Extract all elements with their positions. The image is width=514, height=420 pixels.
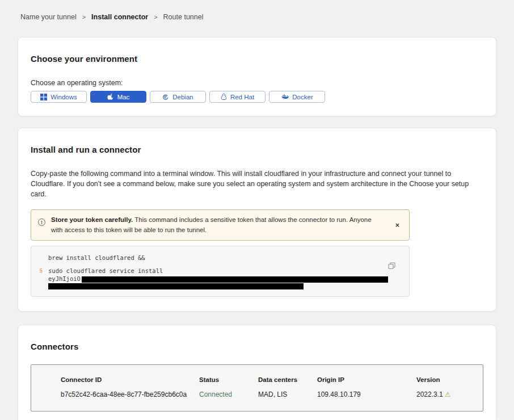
os-button-debian[interactable]: Debian (150, 91, 206, 103)
install-card: Install and run a connector Copy-paste t… (18, 128, 496, 312)
code-command: sudo cloudflared service install (48, 267, 163, 274)
breadcrumb-separator: > (154, 14, 157, 20)
alert-circle-icon: ! (38, 219, 45, 226)
breadcrumb-name-your-tunnel[interactable]: Name your tunnel (20, 13, 77, 21)
code-prompt-spacer (39, 254, 48, 262)
redaction-bar (48, 283, 304, 289)
os-button-mac[interactable]: Mac (90, 91, 146, 103)
column-header-status: Status (199, 376, 258, 383)
token-warning-title: Store your token carefully. (51, 216, 133, 223)
install-card-title: Install and run a connector (31, 145, 483, 154)
redaction-bar (82, 276, 388, 283)
debian-icon (162, 94, 169, 100)
token-warning-text: Store your token carefully. This command… (51, 215, 374, 235)
os-button-label: Red Hat (230, 94, 254, 100)
tunnel-setup-page: Name your tunnel > Install connector > R… (0, 0, 514, 420)
apple-icon (107, 93, 114, 100)
version-number: 2022.3.1 (416, 390, 443, 398)
code-line-service-install: $ sudo cloudflared service install eyJhI… (39, 267, 401, 289)
column-header-data-centers: Data centers (258, 376, 317, 383)
column-header-origin-ip: Origin IP (317, 376, 416, 383)
connector-id-value: b7c52c42-6caa-48ee-8c77-fbe259cb6c0a (61, 390, 199, 398)
os-button-windows[interactable]: Windows (31, 91, 87, 103)
status-badge: Connected (199, 390, 258, 398)
breadcrumb-route-tunnel[interactable]: Route tunnel (163, 13, 204, 21)
table-row: b7c52c42-6caa-48ee-8c77-fbe259cb6c0a Con… (61, 390, 477, 398)
os-button-label: Debian (172, 94, 193, 100)
breadcrumb: Name your tunnel > Install connector > R… (0, 0, 514, 21)
os-button-redhat[interactable]: Red Hat (209, 91, 266, 103)
redhat-penguin-icon (221, 93, 227, 100)
os-button-label: Windows (50, 94, 77, 100)
install-command-code-block: brew install cloudflared && $ sudo cloud… (31, 246, 410, 297)
column-header-connector-id: Connector ID (61, 376, 199, 383)
docker-whale-icon (281, 94, 289, 100)
data-centers-value: MAD, LIS (258, 390, 317, 398)
close-icon[interactable]: × (393, 220, 402, 230)
os-button-group: Windows Mac Debian (31, 91, 483, 103)
connectors-table-header: Connector ID Status Data centers Origin … (61, 376, 477, 383)
os-button-label: Mac (117, 94, 130, 100)
version-warning-icon: ⚠ (445, 390, 451, 398)
connectors-table: Connector ID Status Data centers Origin … (31, 364, 483, 411)
os-button-docker[interactable]: Docker (269, 91, 325, 103)
origin-ip-value: 109.48.10.179 (317, 390, 416, 398)
environment-card: Choose your environment Choose an operat… (18, 37, 496, 116)
code-text: sudo cloudflared service install eyJhIjo… (48, 267, 388, 289)
shell-prompt: $ (39, 267, 48, 289)
os-select-label: Choose an operating system: (31, 79, 483, 87)
code-line-brew: brew install cloudflared && (39, 254, 401, 262)
breadcrumb-separator: > (82, 14, 86, 20)
code-text: brew install cloudflared && (48, 254, 145, 262)
column-header-version: Version (416, 376, 477, 383)
install-description: Copy-paste the following command into a … (31, 169, 483, 199)
environment-card-title: Choose your environment (31, 54, 483, 64)
copy-icon[interactable] (388, 262, 395, 271)
windows-icon (40, 94, 47, 100)
breadcrumb-install-connector[interactable]: Install connector (91, 13, 148, 21)
version-value: 2022.3.1⚠ (416, 390, 477, 398)
token-warning-banner: ! Store your token carefully. This comma… (31, 209, 410, 241)
connectors-card: Connectors Connector ID Status Data cent… (18, 325, 496, 420)
os-button-label: Docker (292, 94, 313, 100)
token-prefix: eyJhIjoiO (48, 275, 81, 282)
connectors-card-title: Connectors (31, 342, 483, 351)
